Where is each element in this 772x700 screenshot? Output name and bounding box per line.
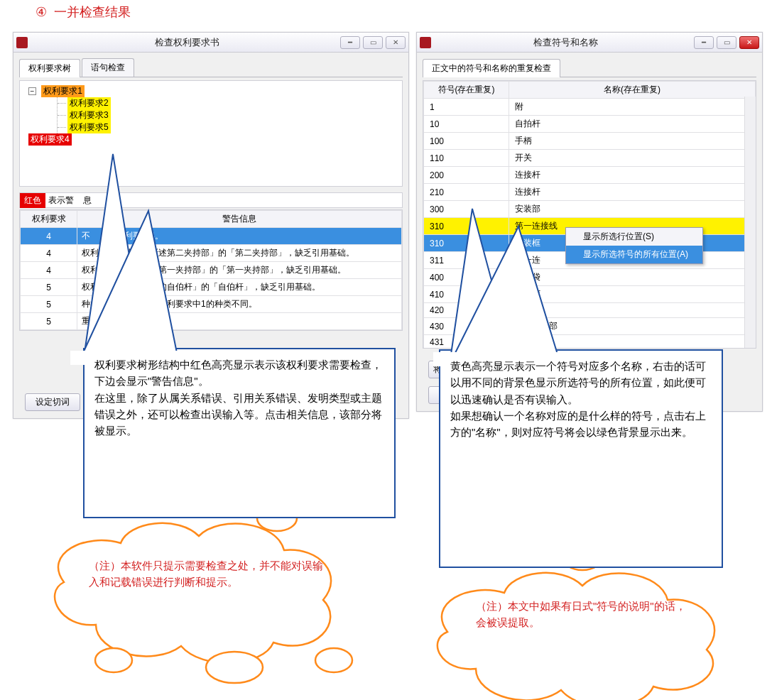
- tree-expander[interactable]: −: [28, 87, 36, 95]
- tab-claim-tree[interactable]: 权利要求树: [19, 59, 80, 77]
- note-jp-symbol-extract: （注）本文中如果有日式"符号的说明"的话，会被误提取。: [476, 598, 689, 631]
- callout-text: 黄色高亮显示表示一个符号对应多个名称，右击的话可以用不同的背景色显示所选符号的所…: [450, 358, 712, 440]
- step-number: ④: [36, 4, 47, 20]
- close-button[interactable]: ✕: [739, 36, 759, 49]
- window-title: 检查权利要求书: [33, 36, 340, 49]
- window-title: 检查符号和名称: [437, 36, 694, 49]
- tab-dup-check[interactable]: 正文中的符号和名称的重复检查: [423, 59, 560, 77]
- minimize-button[interactable]: ━: [694, 36, 714, 49]
- maximize-button[interactable]: ▭: [717, 36, 736, 49]
- callout-symbol-explain: 黄色高亮显示表示一个符号对应多个名称，右击的话可以用不同的背景色显示所选符号的所…: [439, 349, 723, 568]
- svg-point-8: [95, 648, 132, 672]
- svg-point-9: [206, 652, 263, 683]
- step-title: 一并检查结果: [54, 4, 131, 21]
- titlebar: 检查符号和名称 ━ ▭ ✕: [417, 33, 762, 53]
- table-row[interactable]: 210连接杆: [424, 184, 756, 201]
- note-software-limit: （注）本软件只提示需要检查之处，并不能对误输入和记载错误进行判断和提示。: [89, 557, 330, 591]
- table-row[interactable]: 110开关: [424, 150, 756, 167]
- table-row[interactable]: 200连接杆: [424, 167, 756, 184]
- tree-node-claim3[interactable]: 权利要求3: [67, 109, 111, 121]
- col-symbol[interactable]: 符号(存在重复): [424, 82, 509, 99]
- context-menu: 显示所选行位置(S) 显示所选符号的所有位置(A): [565, 227, 703, 264]
- word-split-settings-button[interactable]: 设定切词: [25, 393, 80, 411]
- titlebar: 检查权利要求书 ━ ▭ ✕: [13, 33, 408, 53]
- close-button[interactable]: ✕: [386, 36, 406, 49]
- red-chip: 红色: [20, 193, 45, 208]
- tree-node-claim1[interactable]: 权利要求1: [41, 85, 85, 97]
- tree-node-claim2[interactable]: 权利要求2: [67, 97, 111, 109]
- scrollbar[interactable]: [744, 97, 756, 348]
- maximize-button[interactable]: ▭: [363, 36, 383, 49]
- callout-text: 权利要求树形结构中红色高亮显示表示该权利要求需要检查，下边会显示"警告信息"。 …: [94, 356, 384, 439]
- step-header: ④ 一并检查结果: [36, 4, 131, 21]
- tree-node-claim4[interactable]: 权利要求4: [28, 133, 72, 146]
- tree-node-claim5[interactable]: 权利要求5: [67, 121, 111, 133]
- ctx-show-all-positions[interactable]: 显示所选符号的所有位置(A): [566, 246, 702, 263]
- tab-sentence-check[interactable]: 语句检查: [82, 58, 134, 77]
- app-icon: [420, 37, 431, 48]
- table-row[interactable]: 10自拍杆: [424, 116, 756, 133]
- svg-point-10: [315, 648, 352, 672]
- col-name[interactable]: 名称(存在重复): [509, 82, 756, 99]
- minimize-button[interactable]: ━: [340, 36, 360, 49]
- tab-bar: 权利要求树 语句检查: [19, 58, 403, 77]
- ctx-show-row-position[interactable]: 显示所选行位置(S): [566, 228, 702, 246]
- col-claim[interactable]: 权利要求: [21, 211, 77, 228]
- table-row[interactable]: 1附: [424, 99, 756, 116]
- tab-bar: 正文中的符号和名称的重复检查: [423, 58, 756, 77]
- table-row[interactable]: 100手柄: [424, 133, 756, 150]
- callout-claim-tree-explain: 权利要求树形结构中红色高亮显示表示该权利要求需要检查，下边会显示"警告信息"。 …: [83, 348, 396, 518]
- app-icon: [16, 37, 28, 48]
